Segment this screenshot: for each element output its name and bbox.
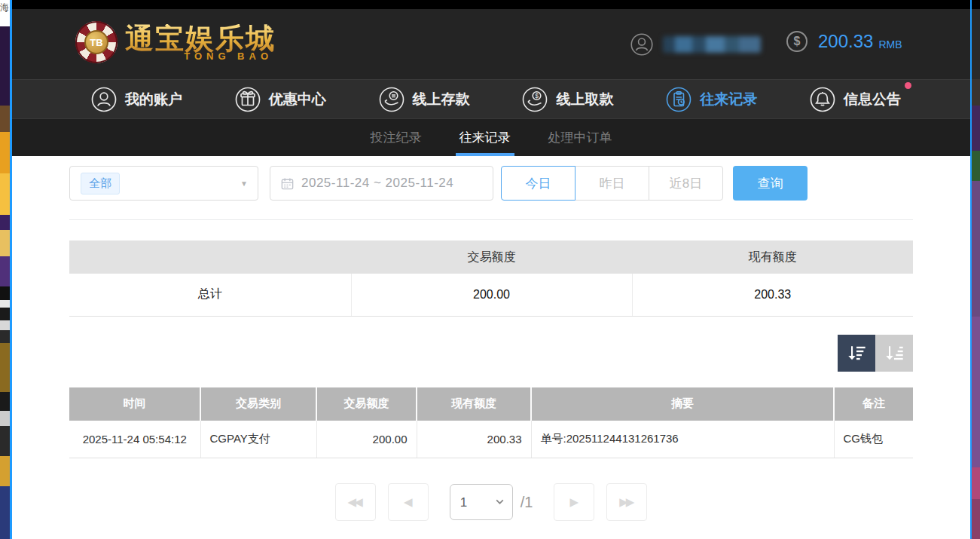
cell-time: 2025-11-24 05:54:12 [69,421,200,458]
page-select-wrap: 1 [450,484,513,520]
pagination: ◀◀ ◀ 1 /1 ▶ ▶▶ [12,483,970,521]
col-remark: 备注 [834,387,913,421]
date-range-input[interactable]: 2025-11-24 ~ 2025-11-24 [270,166,493,201]
bell-icon [809,86,836,113]
next-page-button[interactable]: ▶ [554,483,594,521]
first-page-button[interactable]: ◀◀ [335,483,376,521]
brand-name-cn: 通宝娱乐城 [125,24,276,53]
balance-amount: 200.33 [818,31,873,52]
summary-total-label: 总计 [69,274,351,316]
page-total: /1 [521,494,533,511]
records-content: 全部 ▼ 2025-11-24 ~ 2025-11-24 今日 昨日 近8日 查… [12,166,970,521]
section-divider [69,219,913,220]
deposit-hand-coin-icon [378,86,405,113]
dollar-coin-icon: $ [786,31,808,52]
right-arrow-icon: ▶ [570,495,577,509]
background-page-left-sliver: 海 [0,0,10,539]
top-black-strip [12,0,970,9]
col-time: 时间 [69,387,200,421]
withdraw-hand-dollar-icon: $ [521,86,548,113]
nav-item-my-account[interactable]: 我的账户 [90,86,182,113]
nav-item-withdraw[interactable]: $ 线上取款 [521,86,613,113]
double-right-arrow-icon: ▶▶ [619,495,632,509]
main-nav: 我的账户 优惠中心 线上存款 [12,79,970,118]
balance-area[interactable]: $ 200.33 RMB [786,31,902,52]
nav-item-announcements[interactable]: 信息公告 [809,86,901,113]
svg-text:$: $ [536,92,539,100]
nav-item-transaction-records[interactable]: 往来记录 [665,86,757,113]
calendar-icon [280,176,295,191]
casino-chip-icon: TB [75,21,118,63]
summary-header-balance: 现有额度 [632,240,913,274]
filter-row: 全部 ▼ 2025-11-24 ~ 2025-11-24 今日 昨日 近8日 查… [69,166,913,201]
tab-betting-records[interactable]: 投注纪录 [368,119,424,156]
username-redacted [663,36,761,53]
cell-balance: 200.33 [417,421,531,458]
sort-descending-button[interactable] [838,335,875,372]
left-arrow-icon: ◀ [404,495,411,509]
notification-badge [905,82,911,89]
col-balance: 现有额度 [417,387,531,421]
search-button[interactable]: 查询 [733,166,808,201]
background-partial-text: 海 [0,2,10,14]
chevron-down-icon: ▼ [240,179,248,188]
col-type: 交易类别 [200,387,316,421]
tab-transaction-records[interactable]: 往来记录 [457,119,513,156]
gift-icon [234,86,261,113]
nav-item-promotions[interactable]: 优惠中心 [234,86,326,113]
page-select[interactable]: 1 [450,484,513,520]
summary-total-balance: 200.33 [632,274,913,316]
records-table: 时间 交易类别 交易额度 现有额度 摘要 备注 2025-11-24 05:54… [69,387,913,459]
summary-header-empty [69,240,351,274]
quick-8days-button[interactable]: 近8日 [649,166,723,201]
sort-ascending-button[interactable] [875,335,913,372]
cell-remark: CG钱包 [834,421,913,458]
nav-item-deposit[interactable]: 线上存款 [378,86,470,113]
summary-table: 交易额度 现有额度 总计 200.00 200.33 [69,240,913,317]
records-header-row: 时间 交易类别 交易额度 现有额度 摘要 备注 [69,387,913,421]
balance-currency: RMB [878,33,902,51]
quick-yesterday-button[interactable]: 昨日 [575,166,649,201]
col-trade-amount: 交易额度 [316,387,417,421]
background-page-right-sliver [972,0,980,539]
last-page-button[interactable]: ▶▶ [606,483,647,521]
summary-total-trade: 200.00 [351,274,632,316]
cell-type: CGPAY支付 [200,421,316,458]
table-row: 2025-11-24 05:54:12 CGPAY支付 200.00 200.3… [69,421,913,458]
summary-header-trade: 交易额度 [351,240,632,274]
sort-controls [69,335,913,372]
user-account-area[interactable] [630,32,761,57]
prev-page-button[interactable]: ◀ [388,483,429,521]
records-clipboard-icon [665,86,692,113]
brand-logo[interactable]: TB 通宝娱乐城 TONG BAO [75,21,276,63]
site-header: TB 通宝娱乐城 TONG BAO $ 200.33 RMB [12,9,970,79]
type-selected-chip: 全部 [81,173,120,194]
main-panel: TB 通宝娱乐城 TONG BAO $ 200.33 RMB [12,0,970,539]
double-left-arrow-icon: ◀◀ [348,495,361,509]
date-range-value: 2025-11-24 ~ 2025-11-24 [301,176,453,191]
record-tabbar: 投注纪录 往来记录 处理中订单 [12,118,970,156]
quick-today-button[interactable]: 今日 [501,166,575,201]
cell-summary: 单号:202511244131261736 [531,421,834,458]
col-summary: 摘要 [531,387,834,421]
user-icon [90,86,118,113]
cell-trade-amount: 200.00 [316,421,417,458]
tab-pending-orders[interactable]: 处理中订单 [546,119,615,156]
user-avatar-icon [630,32,654,57]
summary-total-row: 总计 200.00 200.33 [69,274,913,316]
quick-date-group: 今日 昨日 近8日 [501,166,723,201]
type-select[interactable]: 全部 ▼ [69,166,258,201]
brand-name: 通宝娱乐城 TONG BAO [125,24,276,61]
brand-name-en: TONG BAO [184,51,273,61]
chip-monogram: TB [84,30,108,54]
